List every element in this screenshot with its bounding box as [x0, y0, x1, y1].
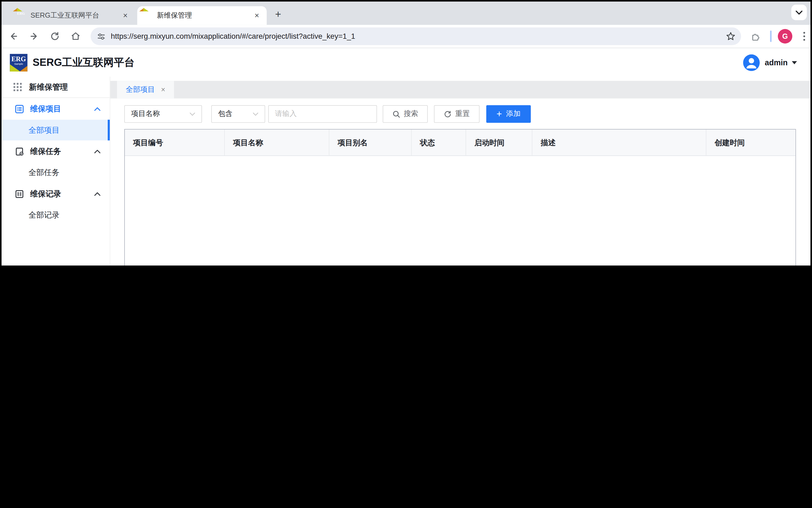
address-bar[interactable]: https://serg.mixyun.com/mixapplication/#… [91, 27, 741, 45]
sidebar-group-records[interactable]: 维保记录 [2, 183, 110, 205]
sidebar-root-module[interactable]: 新维保管理 [2, 77, 110, 97]
table-body: 暂无数据 [125, 156, 796, 265]
erg-favicon-icon: ERG [143, 11, 152, 20]
table-header-row: 项目编号 项目名称 项目别名 状态 启动时间 描述 创建时间 [125, 129, 796, 156]
app-header: ERG Sample SERG工业互联网平台 admin [2, 48, 811, 77]
grid-icon [13, 83, 22, 91]
browser-tab-strip: ERG SERG工业互联网平台 × ERG 新维保管理 × + [2, 2, 811, 25]
username-label: admin [765, 58, 788, 67]
column-header: 项目编号 [125, 129, 225, 156]
sidebar-group-label: 维保任务 [30, 146, 61, 156]
column-header: 状态 [412, 129, 466, 156]
tab-title: 新维保管理 [157, 11, 252, 20]
record-icon [15, 189, 24, 198]
browser-menu-icon[interactable] [797, 29, 812, 44]
reload-button[interactable] [46, 27, 64, 45]
sidebar-group-projects[interactable]: 维保项目 [2, 98, 110, 120]
sidebar-item-all-tasks[interactable]: 全部任务 [2, 162, 110, 183]
reset-icon [444, 110, 451, 118]
content-tab-label: 全部项目 [126, 85, 155, 94]
plus-icon: + [496, 110, 502, 119]
keyword-input[interactable]: 请输入 [268, 105, 377, 123]
erg-favicon-icon: ERG [17, 11, 26, 20]
content-area: 全部项目 × 项目名称 包含 请输入 [110, 77, 810, 265]
sidebar-group-label: 维保项目 [30, 104, 61, 114]
tab-search-button[interactable] [791, 5, 807, 20]
user-avatar-icon[interactable] [743, 54, 760, 71]
task-doc-icon [15, 147, 24, 156]
column-header: 描述 [532, 129, 706, 156]
project-list-icon [15, 104, 24, 113]
extensions-icon[interactable] [746, 27, 764, 45]
sidebar-group-tasks[interactable]: 维保任务 [2, 140, 110, 162]
sidebar-root-label: 新维保管理 [29, 82, 68, 92]
app-title: SERG工业互联网平台 [33, 55, 134, 70]
operator-select[interactable]: 包含 [211, 105, 265, 123]
tab-close-icon[interactable]: × [161, 86, 165, 94]
sidebar: 新维保管理 维保项目 全部项目 [2, 77, 110, 265]
browser-tab-serg-platform[interactable]: ERG SERG工业互联网平台 × [11, 6, 135, 25]
erg-logo: ERG Sample [10, 54, 27, 71]
toolbar-right-cluster: G [745, 27, 812, 45]
browser-toolbar: https://serg.mixyun.com/mixapplication/#… [2, 25, 811, 48]
add-button[interactable]: + 添加 [486, 105, 531, 123]
user-caret-icon [792, 61, 797, 64]
back-button[interactable] [5, 27, 22, 45]
column-header: 创建时间 [706, 129, 796, 156]
column-header: 启动时间 [466, 129, 532, 156]
chevron-up-icon [94, 107, 100, 111]
browser-window: ERG SERG工业互联网平台 × ERG 新维保管理 × + [0, 0, 812, 265]
chevron-down-icon [796, 10, 803, 15]
home-button[interactable] [67, 27, 85, 45]
content-tab-all-projects[interactable]: 全部项目 × [117, 81, 174, 98]
search-icon [392, 110, 400, 118]
url-text[interactable]: https://serg.mixyun.com/mixapplication/#… [111, 32, 723, 41]
bookmark-star-icon[interactable] [723, 29, 738, 44]
browser-profile-avatar[interactable]: G [778, 29, 793, 44]
sidebar-group-label: 维保记录 [30, 189, 61, 199]
reset-button[interactable]: 重置 [434, 105, 479, 123]
chevron-up-icon [94, 192, 100, 196]
field-select[interactable]: 项目名称 [124, 105, 202, 123]
tab-close-icon[interactable]: × [252, 11, 261, 20]
column-header: 项目别名 [329, 129, 412, 156]
sidebar-item-all-records[interactable]: 全部记录 [2, 205, 110, 225]
content-tab-bar: 全部项目 × [110, 81, 810, 98]
tab-close-icon[interactable]: × [121, 11, 130, 20]
column-header: 项目名称 [225, 129, 329, 156]
browser-tab-maintenance[interactable]: ERG 新维保管理 × [137, 6, 267, 25]
filter-bar: 项目名称 包含 请输入 [110, 105, 810, 123]
chevron-up-icon [94, 150, 100, 153]
chevron-down-icon [253, 112, 258, 116]
site-settings-icon[interactable] [97, 32, 106, 41]
chevron-down-icon [190, 112, 195, 116]
new-tab-button[interactable]: + [271, 7, 285, 22]
sidebar-item-all-projects[interactable]: 全部项目 [2, 120, 110, 141]
search-button[interactable]: 搜索 [383, 105, 428, 123]
forward-button[interactable] [26, 27, 43, 45]
user-menu[interactable]: admin [743, 54, 797, 71]
main-area: 新维保管理 维保项目 全部项目 [2, 77, 811, 265]
toolbar-separator [770, 31, 772, 42]
projects-table: 项目编号 项目名称 项目别名 状态 启动时间 描述 创建时间 暂无数据 [124, 129, 796, 265]
tab-title: SERG工业互联网平台 [31, 11, 121, 20]
